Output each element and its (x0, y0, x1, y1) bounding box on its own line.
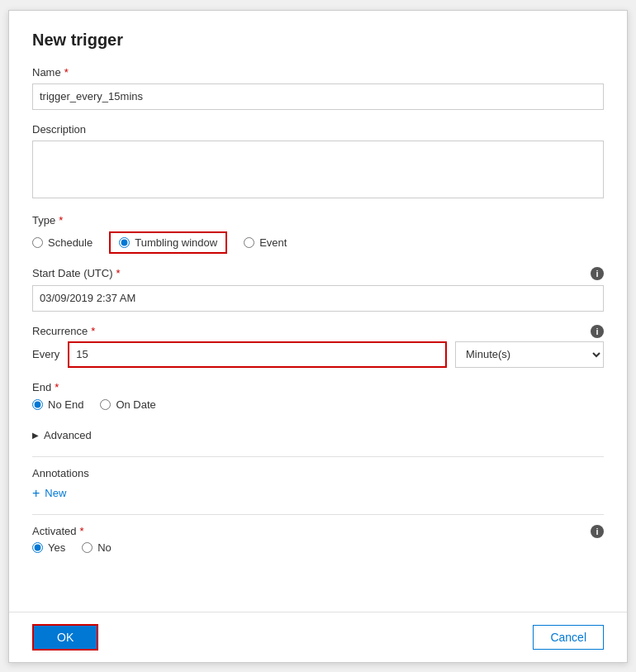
activated-info-icon[interactable]: i (591, 525, 604, 538)
dialog-title: New trigger (32, 31, 604, 50)
activated-no-radio[interactable] (82, 542, 93, 553)
advanced-row[interactable]: ▶ Advanced (32, 424, 604, 446)
start-date-label: Start Date (UTC) * (32, 267, 121, 279)
type-event-radio[interactable] (244, 237, 254, 248)
recurrence-unit-select[interactable]: Minute(s) Hour(s) Day(s) Week(s) Month(s… (455, 341, 604, 368)
activated-options-row: Yes No (32, 541, 604, 554)
start-date-input[interactable] (32, 285, 604, 312)
add-new-annotation-button[interactable]: + New (32, 486, 66, 501)
start-date-field-group: Start Date (UTC) * i (32, 267, 604, 312)
type-tumbling-option[interactable]: Tumbling window (119, 236, 217, 249)
type-options-row: Schedule Tumbling window Event (32, 231, 604, 254)
divider2 (32, 514, 604, 515)
name-field-group: Name * (32, 66, 604, 110)
description-input[interactable] (32, 141, 604, 198)
activated-no-option[interactable]: No (82, 541, 112, 554)
divider (32, 456, 604, 457)
activated-label-row: Activated * i (32, 525, 604, 538)
annotations-section: Annotations + New (32, 467, 604, 501)
type-tumbling-radio[interactable] (119, 237, 130, 248)
type-field-group: Type * Schedule Tumbling window Event (32, 214, 604, 254)
dialog-body: New trigger Name * Description Type * (9, 11, 627, 612)
new-trigger-dialog: New trigger Name * Description Type * (8, 10, 628, 663)
new-label: New (45, 487, 66, 499)
activated-label: Activated * (32, 525, 84, 537)
recurrence-label: Recurrence * (32, 325, 95, 337)
recurrence-field-group: Recurrence * i Every Minute(s) Hour(s) D… (32, 325, 604, 368)
type-required-star: * (59, 214, 63, 226)
name-input[interactable] (32, 83, 604, 110)
end-options-row: No End On Date (32, 398, 604, 411)
end-on-date-radio[interactable] (100, 399, 111, 410)
description-field-group: Description (32, 123, 604, 201)
annotations-label: Annotations (32, 467, 604, 479)
type-schedule-option[interactable]: Schedule (32, 236, 93, 249)
end-on-date-option[interactable]: On Date (100, 398, 155, 411)
type-label: Type * (32, 214, 604, 226)
activated-yes-option[interactable]: Yes (32, 541, 65, 554)
end-no-end-radio[interactable] (32, 399, 43, 410)
activated-yes-radio[interactable] (32, 542, 43, 553)
recurrence-label-row: Recurrence * i (32, 325, 604, 338)
recurrence-row: Every Minute(s) Hour(s) Day(s) Week(s) M… (32, 341, 604, 368)
dialog-footer: OK Cancel (9, 612, 627, 662)
description-label: Description (32, 123, 604, 136)
end-required-star: * (55, 381, 59, 393)
end-label: End * (32, 381, 604, 393)
end-no-end-option[interactable]: No End (32, 398, 83, 411)
name-required-star: * (64, 66, 69, 79)
cancel-button[interactable]: Cancel (533, 625, 604, 650)
type-schedule-radio[interactable] (32, 237, 43, 248)
end-field-group: End * No End On Date (32, 381, 604, 411)
start-date-label-row: Start Date (UTC) * i (32, 267, 604, 280)
type-event-option[interactable]: Event (244, 236, 287, 249)
every-label: Every (32, 348, 59, 360)
advanced-chevron-icon: ▶ (32, 431, 39, 440)
tumbling-window-box: Tumbling window (109, 231, 227, 254)
start-date-info-icon[interactable]: i (591, 267, 604, 280)
name-label: Name * (32, 66, 604, 79)
plus-icon: + (32, 486, 40, 501)
activated-required-star: * (79, 525, 83, 537)
start-date-required-star: * (116, 267, 121, 279)
activated-field-group: Activated * i Yes No (32, 525, 604, 554)
recurrence-info-icon[interactable]: i (591, 325, 604, 338)
recurrence-value-input[interactable] (68, 341, 447, 368)
recurrence-required-star: * (91, 325, 95, 337)
advanced-label: Advanced (44, 429, 92, 441)
ok-button[interactable]: OK (32, 624, 98, 651)
